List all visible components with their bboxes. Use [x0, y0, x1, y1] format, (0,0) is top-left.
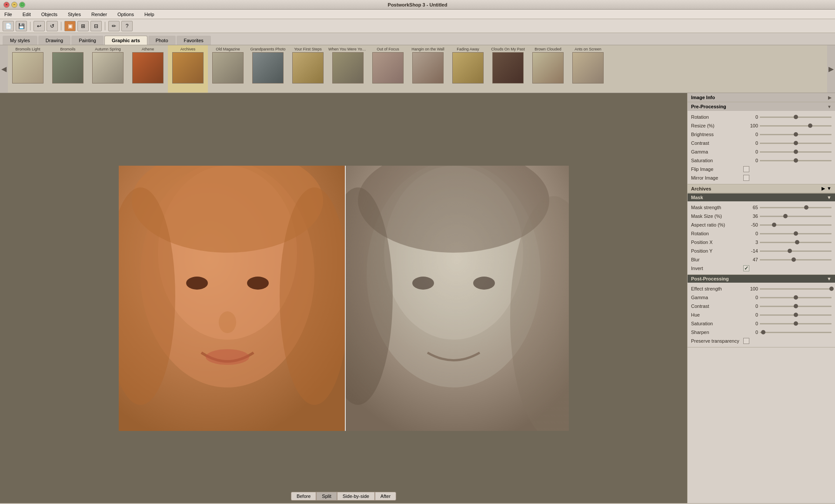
- select-button[interactable]: ▣: [64, 21, 76, 31]
- style-item-0[interactable]: Bromoils Light: [8, 45, 48, 93]
- style-item-5[interactable]: Old Magazine: [208, 45, 248, 93]
- postprocessing-header[interactable]: Post-Processing ▼: [688, 275, 835, 283]
- ctrl-checkbox-7[interactable]: ✓: [743, 265, 749, 271]
- slider-thumb-5[interactable]: [794, 158, 798, 163]
- ctrl-slider-5[interactable]: [760, 248, 832, 254]
- style-item-13[interactable]: Brown Clouded: [528, 45, 568, 93]
- tab-drawing[interactable]: Drawing: [38, 36, 70, 45]
- slider-thumb-3[interactable]: [794, 141, 798, 145]
- ctrl-slider-6[interactable]: [760, 257, 832, 263]
- grid-button[interactable]: ⊞: [77, 21, 89, 31]
- ctrl-slider-2[interactable]: [760, 303, 832, 309]
- minimize-button[interactable]: −: [11, 2, 17, 8]
- ctrl-slider-5[interactable]: [760, 157, 832, 164]
- style-item-6[interactable]: Grandparents Photo: [248, 45, 288, 93]
- slider-thumb-2[interactable]: [772, 223, 776, 227]
- ctrl-slider-0[interactable]: [760, 286, 832, 292]
- ctrl-value-4: 0: [743, 321, 760, 326]
- undo-button[interactable]: ↩: [33, 21, 45, 31]
- ctrl-checkbox-6[interactable]: [743, 166, 749, 172]
- strip-prev[interactable]: ◀: [0, 45, 8, 93]
- style-item-8[interactable]: When You Were Young: [328, 45, 368, 93]
- style-item-1[interactable]: Bromoils: [48, 45, 88, 93]
- tab-mystyles[interactable]: My styles: [3, 36, 37, 45]
- slider-thumb-0[interactable]: [794, 115, 798, 119]
- style-item-3[interactable]: Athene: [128, 45, 168, 93]
- tab-graphicarts[interactable]: Graphic arts: [104, 36, 147, 45]
- ctrl-row-2: Contrast 0: [688, 302, 835, 310]
- ctrl-slider-2[interactable]: [760, 222, 832, 228]
- ctrl-slider-2[interactable]: [760, 131, 832, 137]
- maximize-button[interactable]: □: [19, 2, 25, 8]
- style-thumb-7: [292, 52, 324, 83]
- menu-objects[interactable]: Objects: [39, 11, 60, 18]
- view-before[interactable]: Before: [291, 492, 316, 501]
- style-label-9: Out of Focus: [368, 47, 407, 51]
- ctrl-slider-3[interactable]: [760, 312, 832, 318]
- help-button[interactable]: ?: [121, 21, 133, 31]
- ctrl-slider-5[interactable]: [760, 329, 832, 335]
- view-side-by-side[interactable]: Side-by-side: [337, 492, 375, 501]
- slider-thumb-1[interactable]: [783, 214, 788, 218]
- redo-button[interactable]: ↺: [47, 21, 58, 31]
- ctrl-slider-3[interactable]: [760, 140, 832, 146]
- ctrl-row-3: Hue 0: [688, 310, 835, 319]
- view-split[interactable]: Split: [316, 492, 337, 501]
- slider-thumb-0[interactable]: [829, 287, 834, 291]
- style-item-10[interactable]: Hangin on the Wall: [408, 45, 448, 93]
- slider-thumb-1[interactable]: [808, 123, 812, 128]
- ctrl-slider-0[interactable]: [760, 204, 832, 210]
- menu-file[interactable]: File: [2, 11, 15, 18]
- slider-thumb-2[interactable]: [794, 304, 798, 308]
- slider-thumb-2[interactable]: [794, 132, 798, 137]
- menu-styles[interactable]: Styles: [65, 11, 84, 18]
- slider-thumb-3[interactable]: [794, 231, 798, 236]
- ctrl-slider-1[interactable]: [760, 294, 832, 300]
- new-button[interactable]: 📄: [3, 21, 14, 31]
- ctrl-slider-4[interactable]: [760, 149, 832, 155]
- style-item-7[interactable]: Your First Steps: [288, 45, 328, 93]
- tab-favorites[interactable]: Favorites: [177, 36, 211, 45]
- slider-thumb-0[interactable]: [804, 205, 808, 210]
- slider-thumb-3[interactable]: [794, 313, 798, 317]
- style-item-11[interactable]: Fading Away: [448, 45, 488, 93]
- ctrl-slider-1[interactable]: [760, 213, 832, 219]
- slider-thumb-4[interactable]: [794, 321, 798, 326]
- brush-button[interactable]: ✏: [108, 21, 120, 31]
- slider-thumb-4[interactable]: [794, 150, 798, 154]
- ctrl-slider-4[interactable]: [760, 320, 832, 327]
- ctrl-checkbox-6[interactable]: [743, 338, 749, 344]
- image-info-header[interactable]: Image Info ▶: [688, 93, 835, 102]
- style-item-4[interactable]: Archives: [168, 45, 208, 93]
- menu-render[interactable]: Render: [89, 11, 110, 18]
- ctrl-slider-0[interactable]: [760, 114, 832, 120]
- style-item-12[interactable]: Clouds On My Past: [488, 45, 528, 93]
- slider-thumb-6[interactable]: [792, 257, 796, 262]
- grid2-button[interactable]: ⊟: [90, 21, 102, 31]
- slider-thumb-4[interactable]: [795, 240, 799, 244]
- preprocessing-header[interactable]: Pre-Processing ▼: [688, 102, 835, 111]
- slider-thumb-5[interactable]: [761, 330, 765, 334]
- slider-thumb-5[interactable]: [788, 249, 792, 253]
- slider-thumb-1[interactable]: [794, 295, 798, 300]
- style-item-2[interactable]: Autumn Spring: [88, 45, 128, 93]
- ctrl-checkbox-7[interactable]: [743, 175, 749, 181]
- menu-edit[interactable]: Edit: [20, 11, 33, 18]
- mask-header[interactable]: Mask ▼: [688, 194, 835, 201]
- archives-play-icon[interactable]: ▶: [822, 186, 825, 191]
- archives-collapse-icon[interactable]: ▼: [827, 186, 832, 191]
- ctrl-slider-4[interactable]: [760, 239, 832, 245]
- close-button[interactable]: ×: [3, 2, 10, 8]
- style-item-14[interactable]: Ants on Screen: [568, 45, 608, 93]
- ctrl-row-4: Position X 3: [688, 238, 835, 247]
- tab-painting[interactable]: Painting: [71, 36, 104, 45]
- view-after[interactable]: After: [375, 492, 396, 501]
- tab-photo[interactable]: Photo: [148, 36, 176, 45]
- strip-next[interactable]: ▶: [827, 45, 835, 93]
- style-item-9[interactable]: Out of Focus: [368, 45, 408, 93]
- menu-help[interactable]: Help: [142, 11, 157, 18]
- ctrl-slider-1[interactable]: [760, 123, 832, 129]
- menu-options[interactable]: Options: [115, 11, 137, 18]
- save-button[interactable]: 💾: [16, 21, 27, 31]
- ctrl-slider-3[interactable]: [760, 230, 832, 237]
